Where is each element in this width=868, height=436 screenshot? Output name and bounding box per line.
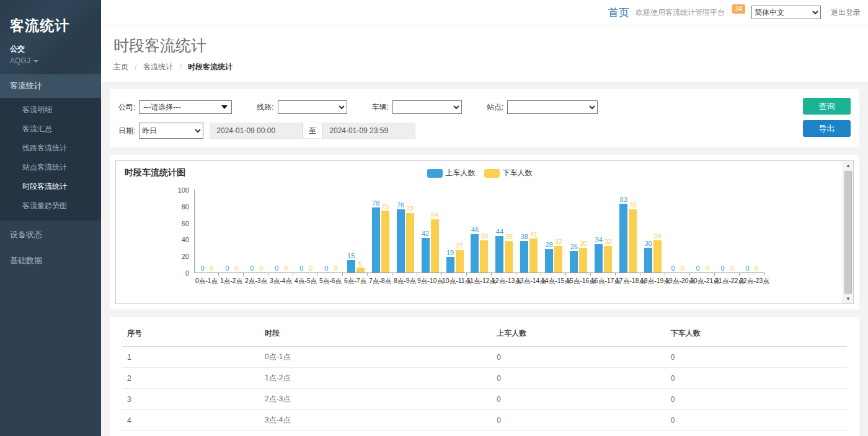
- bar-上车人数[interactable]: 0: [273, 264, 281, 272]
- bar-下车人数[interactable]: 76: [629, 201, 637, 272]
- bar-上车人数[interactable]: 44: [495, 228, 503, 272]
- bar-上车人数[interactable]: 38: [520, 233, 528, 272]
- legend-item-boarding[interactable]: 上车人数: [427, 168, 476, 178]
- sidebar-section-客流统计[interactable]: 客流统计: [0, 74, 101, 98]
- bar-下车人数[interactable]: 6: [356, 259, 365, 272]
- bar-rect: [397, 209, 405, 272]
- bar-上车人数[interactable]: 83: [619, 196, 627, 272]
- bar-下车人数[interactable]: 41: [529, 230, 538, 272]
- bar-下车人数[interactable]: 0: [208, 264, 216, 272]
- x-tick-label: 3点-4点: [268, 277, 293, 286]
- sidebar-item-客流量趋势图[interactable]: 客流量趋势图: [0, 196, 101, 216]
- sidebar-item-时段客流统计[interactable]: 时段客流统计: [0, 177, 101, 196]
- bar-上车人数[interactable]: 78: [372, 199, 380, 272]
- bar-上车人数[interactable]: 30: [644, 240, 652, 272]
- bar-上车人数[interactable]: 0: [198, 264, 206, 272]
- logout-link[interactable]: 退出登录: [831, 7, 861, 18]
- bar-上车人数[interactable]: 0: [223, 264, 231, 272]
- bar-下车人数[interactable]: 0: [282, 264, 290, 272]
- bar-下车人数[interactable]: 39: [480, 232, 488, 272]
- date-end-input[interactable]: [322, 123, 415, 139]
- bar-上车人数[interactable]: 28: [545, 241, 553, 272]
- bar-上车人数[interactable]: 0: [298, 264, 306, 272]
- bar-下车人数[interactable]: 30: [579, 240, 587, 272]
- scroll-down-icon[interactable]: ▼: [843, 294, 853, 303]
- legend-item-alighting[interactable]: 下车人数: [484, 168, 533, 178]
- bar-下车人数[interactable]: 72: [406, 205, 414, 272]
- x-tick-label: 12点-13点: [492, 277, 516, 286]
- line-select[interactable]: [278, 100, 347, 114]
- chart-bars-area: 0000000000001567875767242641927463944383…: [194, 190, 764, 273]
- x-tick: [467, 273, 492, 276]
- scroll-up-icon[interactable]: ▲: [843, 161, 853, 170]
- bar-上车人数[interactable]: 42: [422, 230, 430, 272]
- bar-rect: [653, 240, 662, 272]
- bar-上车人数[interactable]: 0: [743, 264, 751, 272]
- table-header-row: 序号时段上车人数下车人数: [122, 321, 847, 347]
- breadcrumb-section[interactable]: 客流统计: [143, 63, 173, 71]
- notification-badge[interactable]: 34: [732, 4, 745, 14]
- breadcrumb-home[interactable]: 主页: [113, 63, 128, 71]
- export-button[interactable]: 导出: [803, 120, 851, 137]
- bar-下车人数[interactable]: 0: [232, 264, 241, 272]
- breadcrumb: 主页 / 客流统计 / 时段客流统计: [113, 62, 868, 72]
- chart-x-labels: 0点-1点1点-2点2点-3点3点-4点4点-5点5点-6点6点-7点7点-8点…: [125, 276, 835, 286]
- bar-下车人数[interactable]: 38: [505, 233, 513, 272]
- sidebar-item-客流汇总[interactable]: 客流汇总: [0, 120, 101, 139]
- bar-下车人数[interactable]: 0: [307, 264, 315, 272]
- bar-下车人数[interactable]: 27: [456, 242, 464, 272]
- bar-下车人数[interactable]: 0: [703, 264, 711, 272]
- chart-scrollbar[interactable]: ▲ ▼: [843, 161, 853, 303]
- table-cell: 0: [666, 410, 847, 431]
- x-tick-label: 7点-8点: [368, 277, 392, 286]
- company-select[interactable]: ---请选择---: [139, 100, 232, 114]
- table-cell: 0: [666, 389, 847, 410]
- x-tick: [591, 273, 616, 276]
- sidebar-item-站点客流统计[interactable]: 站点客流统计: [0, 158, 101, 177]
- scroll-thumb[interactable]: [844, 171, 852, 294]
- sidebar-section-基础数据[interactable]: 基础数据: [0, 249, 101, 272]
- bar-下车人数[interactable]: 0: [753, 264, 761, 272]
- bar-上车人数[interactable]: 0: [248, 264, 256, 272]
- bar-上车人数[interactable]: 0: [669, 264, 677, 272]
- language-select[interactable]: 简体中文: [751, 6, 821, 19]
- bar-上车人数[interactable]: 15: [347, 252, 355, 272]
- x-tick: [318, 273, 343, 276]
- vehicle-select[interactable]: [392, 100, 462, 114]
- home-link[interactable]: 首页: [608, 6, 629, 20]
- bar-下车人数[interactable]: 0: [728, 264, 736, 272]
- date-preset-select[interactable]: 昨日: [139, 123, 203, 139]
- sidebar-item-线路客流统计[interactable]: 线路客流统计: [0, 139, 101, 158]
- chart-category-20点-21点: 00: [690, 189, 715, 272]
- bar-value-label: 39: [654, 232, 662, 240]
- bar-value-label: 0: [720, 264, 724, 272]
- sidebar-item-客流明细[interactable]: 客流明细: [0, 100, 101, 120]
- station-select[interactable]: [507, 100, 598, 114]
- bar-下车人数[interactable]: 0: [257, 264, 265, 272]
- bar-下车人数[interactable]: 32: [604, 238, 612, 272]
- chart-category-8点-9点: 7672: [393, 189, 418, 272]
- bar-下车人数[interactable]: 39: [653, 232, 662, 272]
- query-button[interactable]: 查询: [803, 98, 851, 115]
- date-start-input[interactable]: [210, 123, 303, 139]
- user-dropdown[interactable]: AQGJ: [10, 56, 91, 65]
- sidebar-section-设备状态[interactable]: 设备状态: [0, 223, 101, 246]
- bar-上车人数[interactable]: 19: [446, 249, 454, 272]
- bar-下车人数[interactable]: 0: [678, 264, 686, 272]
- x-tick: [293, 273, 318, 276]
- bar-上车人数[interactable]: 46: [471, 226, 479, 272]
- bar-上车人数[interactable]: 34: [595, 236, 603, 272]
- x-tick: [715, 273, 740, 276]
- bar-value-label: 26: [570, 243, 578, 251]
- bar-下车人数[interactable]: 64: [431, 211, 439, 272]
- legend-swatch-yellow: [484, 169, 500, 178]
- bar-上车人数[interactable]: 0: [719, 264, 727, 272]
- bar-下车人数[interactable]: 32: [554, 238, 562, 272]
- bar-上车人数[interactable]: 0: [322, 264, 330, 272]
- bar-上车人数[interactable]: 76: [397, 201, 405, 272]
- table-cell: 1: [122, 347, 260, 368]
- bar-下车人数[interactable]: 75: [381, 203, 389, 273]
- bar-上车人数[interactable]: 0: [694, 264, 702, 272]
- bar-上车人数[interactable]: 26: [570, 243, 578, 272]
- bar-下车人数[interactable]: 0: [332, 264, 340, 272]
